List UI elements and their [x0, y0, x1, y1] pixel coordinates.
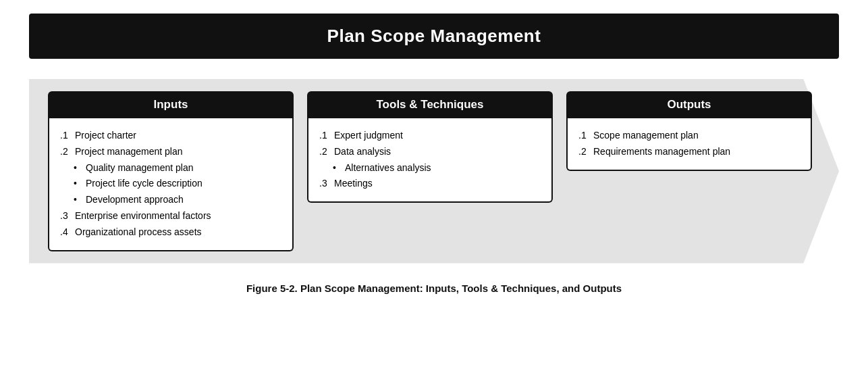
- columns-container: Inputs .1 Project charter .2 Project man…: [29, 79, 839, 264]
- item-num: .4: [60, 224, 72, 241]
- list-item: .2 Project management plan: [60, 144, 281, 160]
- item-text: Enterprise environmental factors: [75, 208, 211, 224]
- outputs-body: .1 Scope management plan .2 Requirements…: [566, 118, 812, 171]
- item-num: .3: [60, 208, 72, 224]
- inputs-body: .1 Project charter .2 Project management…: [48, 118, 294, 251]
- list-item: .1 Project charter: [60, 128, 281, 144]
- bullet-icon: •: [74, 160, 83, 176]
- item-text: Project management plan: [75, 144, 183, 160]
- list-item: .1 Scope management plan: [578, 128, 800, 144]
- item-num: .1: [60, 128, 72, 144]
- item-num: .2: [578, 144, 591, 160]
- bullet-icon: •: [333, 160, 342, 176]
- item-text: Expert judgment: [334, 128, 403, 144]
- inputs-header: Inputs: [48, 91, 294, 118]
- list-item: .3 Meetings: [319, 176, 541, 192]
- list-item: .1 Expert judgment: [319, 128, 541, 144]
- item-text: Data analysis: [334, 144, 391, 160]
- item-text: Project charter: [75, 128, 136, 144]
- item-num: .2: [60, 144, 72, 160]
- sub-item-text: Development approach: [86, 192, 184, 208]
- bullet-icon: •: [74, 192, 83, 208]
- list-item: .4 Organizational process assets: [60, 224, 281, 241]
- list-item: .3 Enterprise environmental factors: [60, 208, 281, 224]
- list-item: .2 Data analysis: [319, 144, 541, 160]
- sub-item-text: Alternatives analysis: [345, 160, 431, 176]
- sub-item-text: Project life cycle description: [86, 176, 202, 192]
- outputs-column: Outputs .1 Scope management plan .2 Requ…: [566, 91, 812, 171]
- item-text: Meetings: [334, 176, 373, 192]
- item-text: Requirements management plan: [593, 144, 730, 160]
- sub-item-text: Quality management plan: [86, 160, 194, 176]
- tools-header: Tools & Techniques: [307, 91, 553, 118]
- item-num: .1: [578, 128, 591, 144]
- item-num: .2: [319, 144, 331, 160]
- title-bar: Plan Scope Management: [29, 14, 839, 59]
- list-item: • Development approach: [60, 192, 281, 208]
- figure-caption: Figure 5-2. Plan Scope Management: Input…: [246, 283, 622, 294]
- item-num: .1: [319, 128, 331, 144]
- bullet-icon: •: [74, 176, 83, 192]
- list-item: • Quality management plan: [60, 160, 281, 176]
- item-text: Organizational process assets: [75, 224, 202, 241]
- page-title: Plan Scope Management: [43, 26, 825, 47]
- outputs-header: Outputs: [566, 91, 812, 118]
- item-num: .3: [319, 176, 331, 192]
- item-text: Scope management plan: [593, 128, 699, 144]
- tools-column: Tools & Techniques .1 Expert judgment .2…: [307, 91, 553, 203]
- inputs-column: Inputs .1 Project charter .2 Project man…: [48, 91, 294, 251]
- list-item: • Alternatives analysis: [319, 160, 541, 176]
- list-item: • Project life cycle description: [60, 176, 281, 192]
- tools-body: .1 Expert judgment .2 Data analysis • Al…: [307, 118, 553, 203]
- list-item: .2 Requirements management plan: [578, 144, 800, 160]
- diagram-wrapper: Inputs .1 Project charter .2 Project man…: [29, 79, 839, 264]
